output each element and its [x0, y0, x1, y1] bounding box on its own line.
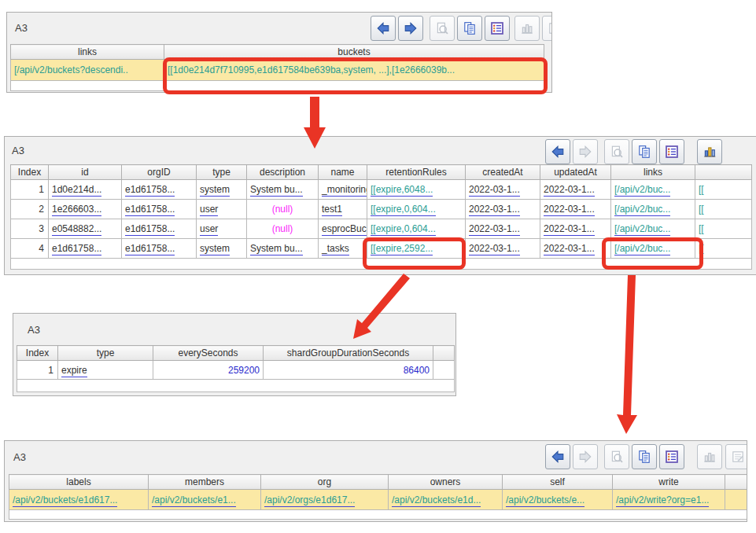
back-icon [376, 21, 390, 35]
grid-cell[interactable]: e1d61758... [122, 219, 197, 239]
grid-cell[interactable]: [[expire,0,604... [367, 200, 466, 219]
table-row: /api/v2/buckets/e1d617... /api/v2/bucket… [9, 490, 747, 510]
grid-cell[interactable]: expire [58, 361, 153, 380]
column-header: shardGroupDurationSeconds [264, 346, 433, 361]
table-row: 1 expire 259200 86400 [17, 361, 455, 380]
chart-icon [703, 450, 717, 464]
highlight-box-buckets-cell [163, 57, 548, 94]
grid-cell [433, 361, 455, 380]
grid-cell[interactable]: test1 [319, 200, 367, 219]
highlight-box-retention-cell [363, 237, 466, 270]
grid-cell: 259200 [153, 361, 264, 380]
back-icon [551, 145, 565, 159]
grid-cell[interactable]: esprocBuc... [319, 219, 367, 239]
properties-button[interactable] [659, 444, 684, 469]
grid-cell[interactable]: [[expire,0,604... [367, 219, 466, 239]
header-row: labels members org owners self write [9, 475, 747, 490]
grid-cell[interactable]: user [197, 219, 247, 239]
grid-cell[interactable]: 2022-03-1... [540, 219, 611, 239]
grid-cell[interactable]: e1d61758... [122, 239, 197, 259]
header-row: Index id orgID type description name ret… [11, 165, 752, 180]
grid-cell[interactable]: /api/v2/write?org=e1... [613, 490, 725, 510]
copy-button[interactable] [457, 16, 482, 41]
column-header: self [503, 475, 613, 490]
grid-cell: (null) [247, 219, 319, 239]
report-icon [548, 21, 552, 35]
grid-cell[interactable]: _tasks [319, 239, 367, 259]
grid-cell: 2 [11, 200, 49, 219]
properties-button[interactable] [485, 16, 510, 41]
copy-button[interactable] [632, 139, 657, 164]
forward-icon [578, 450, 592, 464]
grid-cell[interactable]: e1d61758... [122, 180, 197, 200]
back-button[interactable] [545, 139, 570, 164]
grid-cell[interactable]: 1d0e214d... [49, 180, 122, 200]
grid-cell: [[ [695, 180, 752, 200]
chart-button [697, 444, 722, 469]
chart-icon [520, 21, 534, 35]
copy-button[interactable] [632, 444, 657, 469]
panel-title: A3 [15, 22, 28, 34]
screen: A3 links buckets [/api/v2/buckets?descen… [0, 0, 756, 533]
grid-cell[interactable]: [/api/v2/buckets?descendi.. [11, 60, 164, 81]
grid-cell[interactable]: /api/v2/orgs/e1d617... [261, 490, 389, 510]
highlight-box-links-cell [602, 237, 703, 270]
grid-cell[interactable]: system [197, 180, 247, 200]
forward-icon [404, 21, 418, 35]
properties-button[interactable] [659, 139, 684, 164]
grid-cell[interactable]: 2022-03-1... [540, 200, 611, 219]
grid-cell[interactable]: /api/v2/buckets/e... [503, 490, 613, 510]
grid-cell[interactable]: System bu... [247, 180, 319, 200]
grid-cell[interactable]: system [197, 239, 247, 259]
grid-cell[interactable]: user [197, 200, 247, 219]
column-header: links [11, 45, 164, 60]
back-button[interactable] [545, 444, 570, 469]
header-row: Index type everySeconds shardGroupDurati… [17, 346, 455, 361]
grid-cell[interactable]: 2022-03-1... [466, 200, 540, 219]
grid-cell: 4 [11, 239, 49, 259]
forward-button [573, 444, 598, 469]
grid-cell[interactable]: /api/v2/buckets/e1d... [389, 490, 503, 510]
grid-cell: [[ [695, 219, 752, 239]
column-header: type [58, 346, 153, 361]
column-header: Index [11, 165, 49, 180]
forward-icon [578, 145, 592, 159]
grid-cell: 1 [17, 361, 58, 380]
grid-cell[interactable]: 1e266603... [49, 200, 122, 219]
grid-cell: [[ [695, 200, 752, 219]
result-panel-4: A3 labels members org owners self write … [4, 440, 747, 522]
grid-cell[interactable]: e1d61758... [122, 200, 197, 219]
grid-cell[interactable]: [/api/v2/buc... [611, 200, 695, 219]
column-header: updatedAt [540, 165, 611, 180]
report-button [542, 16, 552, 41]
panel-title: A3 [28, 324, 40, 336]
grid-cell[interactable]: System bu... [247, 239, 319, 259]
grid-cell[interactable]: [/api/v2/buc... [611, 219, 695, 239]
report-button [725, 444, 747, 469]
back-button[interactable] [371, 16, 396, 41]
grid-cell[interactable]: 2022-03-1... [466, 219, 540, 239]
grid-cell[interactable]: [[expire,6048... [367, 180, 466, 200]
grid-cell[interactable]: [/api/v2/buc... [611, 180, 695, 200]
copy-icon [637, 145, 651, 159]
toolbar [545, 139, 722, 164]
grid-cell[interactable]: e1d61758... [49, 239, 122, 259]
grid-cell: (null) [247, 200, 319, 219]
grid-cell[interactable]: e0548882... [49, 219, 122, 239]
chart-button [514, 16, 540, 41]
grid-cell[interactable]: 2022-03-1... [466, 239, 540, 259]
grid-cell[interactable]: /api/v2/buckets/e1... [149, 490, 261, 510]
grid-cell[interactable]: _monitoring [319, 180, 367, 200]
zoom-icon [610, 145, 624, 159]
arrow-to-links-detail-icon [617, 275, 637, 434]
chart-button[interactable] [697, 139, 722, 164]
forward-button[interactable] [398, 16, 423, 41]
column-header: id [49, 165, 122, 180]
grid-cell[interactable]: /api/v2/buckets/e1d617... [9, 490, 149, 510]
table-row: 3 e0548882... e1d61758... user (null) es… [11, 219, 752, 239]
panel-title: A3 [13, 451, 26, 463]
grid-cell[interactable]: 2022-03-1... [540, 180, 611, 200]
grid-cell[interactable]: 2022-03-1... [466, 180, 540, 200]
column-header: owners [389, 475, 503, 490]
grid-cell[interactable]: 2022-03-1... [540, 239, 611, 259]
